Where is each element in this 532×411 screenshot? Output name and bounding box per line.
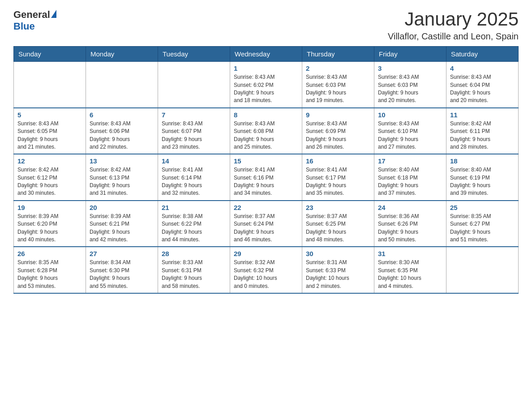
- week-row-3: 12Sunrise: 8:42 AM Sunset: 6:12 PM Dayli…: [14, 154, 519, 201]
- day-info: Sunrise: 8:41 AM Sunset: 6:14 PM Dayligh…: [162, 166, 226, 197]
- day-cell: 5Sunrise: 8:43 AM Sunset: 6:05 PM Daylig…: [14, 108, 86, 154]
- day-cell: 23Sunrise: 8:37 AM Sunset: 6:25 PM Dayli…: [302, 201, 374, 247]
- day-number: 10: [378, 111, 442, 119]
- day-number: 13: [90, 157, 154, 165]
- day-cell: 31Sunrise: 8:30 AM Sunset: 6:35 PM Dayli…: [374, 247, 446, 293]
- day-number: 30: [306, 250, 370, 257]
- page-header: General Blue January 2025 Villaflor, Cas…: [13, 9, 519, 42]
- header-cell-wednesday: Wednesday: [230, 47, 302, 62]
- header-row: SundayMondayTuesdayWednesdayThursdayFrid…: [14, 47, 519, 62]
- day-cell: 19Sunrise: 8:39 AM Sunset: 6:20 PM Dayli…: [14, 201, 86, 247]
- header-cell-friday: Friday: [374, 47, 446, 62]
- day-cell: 26Sunrise: 8:35 AM Sunset: 6:28 PM Dayli…: [14, 247, 86, 293]
- day-number: 15: [234, 157, 298, 165]
- day-cell: 24Sunrise: 8:36 AM Sunset: 6:26 PM Dayli…: [374, 201, 446, 247]
- day-info: Sunrise: 8:39 AM Sunset: 6:21 PM Dayligh…: [90, 213, 154, 244]
- header-cell-thursday: Thursday: [302, 47, 374, 62]
- day-info: Sunrise: 8:38 AM Sunset: 6:22 PM Dayligh…: [162, 213, 226, 244]
- day-info: Sunrise: 8:30 AM Sunset: 6:35 PM Dayligh…: [378, 259, 442, 290]
- header-cell-tuesday: Tuesday: [158, 47, 230, 62]
- day-number: 27: [90, 250, 154, 257]
- logo-triangle-icon: [51, 10, 56, 18]
- day-number: 29: [234, 250, 298, 257]
- day-info: Sunrise: 8:39 AM Sunset: 6:20 PM Dayligh…: [17, 213, 82, 244]
- day-number: 23: [306, 204, 370, 211]
- day-cell: 30Sunrise: 8:31 AM Sunset: 6:33 PM Dayli…: [302, 247, 374, 293]
- day-cell: 8Sunrise: 8:43 AM Sunset: 6:08 PM Daylig…: [230, 108, 302, 154]
- calendar-body: 1Sunrise: 8:43 AM Sunset: 6:02 PM Daylig…: [14, 62, 519, 293]
- day-info: Sunrise: 8:40 AM Sunset: 6:18 PM Dayligh…: [378, 166, 442, 197]
- day-cell: [446, 247, 519, 293]
- day-number: 24: [378, 204, 442, 211]
- day-cell: 18Sunrise: 8:40 AM Sunset: 6:19 PM Dayli…: [446, 154, 519, 201]
- calendar-table: SundayMondayTuesdayWednesdayThursdayFrid…: [13, 46, 519, 294]
- day-cell: 25Sunrise: 8:35 AM Sunset: 6:27 PM Dayli…: [446, 201, 519, 247]
- day-info: Sunrise: 8:42 AM Sunset: 6:12 PM Dayligh…: [17, 166, 82, 197]
- day-cell: 22Sunrise: 8:37 AM Sunset: 6:24 PM Dayli…: [230, 201, 302, 247]
- day-cell: 28Sunrise: 8:33 AM Sunset: 6:31 PM Dayli…: [158, 247, 230, 293]
- day-number: 18: [450, 157, 515, 165]
- header-cell-monday: Monday: [86, 47, 158, 62]
- day-info: Sunrise: 8:43 AM Sunset: 6:03 PM Dayligh…: [378, 73, 442, 105]
- day-info: Sunrise: 8:43 AM Sunset: 6:04 PM Dayligh…: [450, 73, 515, 105]
- day-number: 4: [450, 64, 515, 72]
- day-cell: 29Sunrise: 8:32 AM Sunset: 6:32 PM Dayli…: [230, 247, 302, 293]
- day-cell: 2Sunrise: 8:43 AM Sunset: 6:03 PM Daylig…: [302, 62, 374, 108]
- day-number: 20: [90, 204, 154, 211]
- day-cell: 27Sunrise: 8:34 AM Sunset: 6:30 PM Dayli…: [86, 247, 158, 293]
- day-number: 16: [306, 157, 370, 165]
- day-info: Sunrise: 8:43 AM Sunset: 6:05 PM Dayligh…: [17, 120, 82, 151]
- day-info: Sunrise: 8:33 AM Sunset: 6:31 PM Dayligh…: [162, 259, 226, 290]
- day-cell: 12Sunrise: 8:42 AM Sunset: 6:12 PM Dayli…: [14, 154, 86, 201]
- day-cell: [14, 62, 86, 108]
- day-cell: 11Sunrise: 8:42 AM Sunset: 6:11 PM Dayli…: [446, 108, 519, 154]
- day-cell: 4Sunrise: 8:43 AM Sunset: 6:04 PM Daylig…: [446, 62, 519, 108]
- day-info: Sunrise: 8:42 AM Sunset: 6:13 PM Dayligh…: [90, 166, 154, 197]
- day-cell: 16Sunrise: 8:41 AM Sunset: 6:17 PM Dayli…: [302, 154, 374, 201]
- day-info: Sunrise: 8:37 AM Sunset: 6:24 PM Dayligh…: [234, 213, 298, 244]
- day-number: 19: [17, 204, 82, 211]
- day-number: 17: [378, 157, 442, 165]
- day-number: 12: [17, 157, 82, 165]
- day-number: 21: [162, 204, 226, 211]
- logo: General Blue: [13, 9, 56, 32]
- day-info: Sunrise: 8:36 AM Sunset: 6:26 PM Dayligh…: [378, 213, 442, 244]
- day-cell: 6Sunrise: 8:43 AM Sunset: 6:06 PM Daylig…: [86, 108, 158, 154]
- week-row-2: 5Sunrise: 8:43 AM Sunset: 6:05 PM Daylig…: [14, 108, 519, 154]
- day-number: 28: [162, 250, 226, 257]
- day-cell: 17Sunrise: 8:40 AM Sunset: 6:18 PM Dayli…: [374, 154, 446, 201]
- day-number: 14: [162, 157, 226, 165]
- day-number: 11: [450, 111, 515, 119]
- day-info: Sunrise: 8:40 AM Sunset: 6:19 PM Dayligh…: [450, 166, 515, 197]
- day-info: Sunrise: 8:32 AM Sunset: 6:32 PM Dayligh…: [234, 259, 298, 290]
- day-number: 31: [378, 250, 442, 257]
- day-number: 26: [17, 250, 82, 257]
- day-cell: 13Sunrise: 8:42 AM Sunset: 6:13 PM Dayli…: [86, 154, 158, 201]
- day-info: Sunrise: 8:31 AM Sunset: 6:33 PM Dayligh…: [306, 259, 370, 290]
- day-number: 1: [234, 64, 298, 72]
- day-number: 8: [234, 111, 298, 119]
- week-row-5: 26Sunrise: 8:35 AM Sunset: 6:28 PM Dayli…: [14, 247, 519, 293]
- day-info: Sunrise: 8:41 AM Sunset: 6:16 PM Dayligh…: [234, 166, 298, 197]
- day-cell: 15Sunrise: 8:41 AM Sunset: 6:16 PM Dayli…: [230, 154, 302, 201]
- day-info: Sunrise: 8:34 AM Sunset: 6:30 PM Dayligh…: [90, 259, 154, 290]
- week-row-4: 19Sunrise: 8:39 AM Sunset: 6:20 PM Dayli…: [14, 201, 519, 247]
- day-cell: 9Sunrise: 8:43 AM Sunset: 6:09 PM Daylig…: [302, 108, 374, 154]
- day-number: 6: [90, 111, 154, 119]
- day-info: Sunrise: 8:43 AM Sunset: 6:08 PM Dayligh…: [234, 120, 298, 151]
- calendar-header: SundayMondayTuesdayWednesdayThursdayFrid…: [14, 47, 519, 62]
- day-info: Sunrise: 8:42 AM Sunset: 6:11 PM Dayligh…: [450, 120, 515, 151]
- header-cell-sunday: Sunday: [14, 47, 86, 62]
- day-number: 25: [450, 204, 515, 211]
- day-info: Sunrise: 8:43 AM Sunset: 6:03 PM Dayligh…: [306, 73, 370, 105]
- day-cell: 20Sunrise: 8:39 AM Sunset: 6:21 PM Dayli…: [86, 201, 158, 247]
- week-row-1: 1Sunrise: 8:43 AM Sunset: 6:02 PM Daylig…: [14, 62, 519, 108]
- page-title: January 2025: [388, 9, 519, 30]
- day-cell: 21Sunrise: 8:38 AM Sunset: 6:22 PM Dayli…: [158, 201, 230, 247]
- day-info: Sunrise: 8:41 AM Sunset: 6:17 PM Dayligh…: [306, 166, 370, 197]
- day-info: Sunrise: 8:35 AM Sunset: 6:28 PM Dayligh…: [17, 259, 82, 290]
- logo-blue-text: Blue: [13, 21, 35, 32]
- day-cell: [158, 62, 230, 108]
- day-cell: 7Sunrise: 8:43 AM Sunset: 6:07 PM Daylig…: [158, 108, 230, 154]
- day-number: 5: [17, 111, 82, 119]
